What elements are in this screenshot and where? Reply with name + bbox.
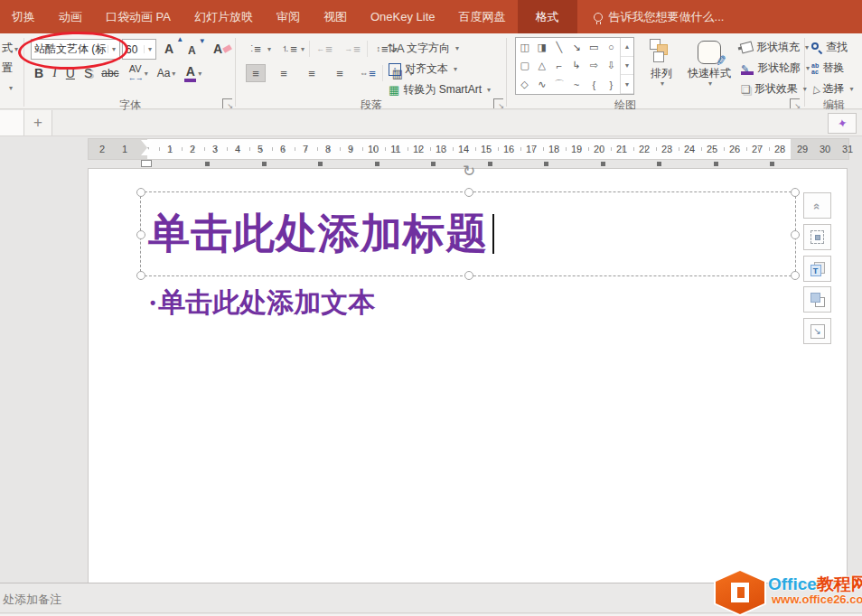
layer-arrange-button[interactable]: [803, 286, 831, 313]
strikethrough-button[interactable]: abc: [98, 63, 122, 83]
clear-formatting-button[interactable]: A: [210, 39, 235, 59]
shape-oval-icon[interactable]: ○: [603, 38, 620, 57]
align-center-button[interactable]: ≡: [270, 63, 297, 83]
numbering-button[interactable]: ⒈≡▾: [276, 39, 308, 59]
tab-口袋动画 PA[interactable]: 口袋动画 PA: [94, 0, 183, 33]
shape-effects-button[interactable]: ❑ 形状效果▾: [741, 79, 807, 98]
drawing-dialog-launcher[interactable]: [790, 98, 800, 108]
font-size-dropdown-icon[interactable]: ▾: [144, 45, 155, 53]
shape-text-box-icon[interactable]: ◫: [516, 38, 533, 57]
shape-elbow-connector-icon[interactable]: ⌐: [550, 57, 567, 76]
font-color-button[interactable]: A▾: [181, 63, 205, 83]
bold-button[interactable]: B: [31, 63, 47, 83]
shape-right-brace-icon[interactable]: }: [603, 75, 620, 94]
magic-wand-button[interactable]: ✦: [828, 113, 857, 134]
underline-button[interactable]: U: [62, 63, 79, 83]
paragraph-dialog-launcher[interactable]: [493, 98, 503, 108]
text-box-tool-button[interactable]: T: [803, 256, 831, 282]
shape-scribble-icon[interactable]: ∿: [533, 75, 550, 94]
find-button[interactable]: 查找: [811, 38, 848, 57]
resize-handle-mid-left[interactable]: [136, 230, 145, 239]
convert-smartart-button[interactable]: ▦ 转换为 SmartArt▾: [389, 80, 491, 99]
tab-视图[interactable]: 视图: [312, 0, 359, 33]
resize-handle-bottom-left[interactable]: [136, 271, 145, 280]
shapes-gallery-scrollbar[interactable]: ▲ ▼ ▼: [620, 38, 633, 94]
resize-handle-bottom-center[interactable]: [464, 271, 473, 280]
tab-stop-marker[interactable]: [205, 162, 210, 166]
tab-审阅[interactable]: 审阅: [265, 0, 312, 33]
align-text-button[interactable]: ↕ 对齐文本▾: [389, 60, 457, 79]
resize-handle-top-left[interactable]: [136, 188, 145, 197]
shape-line-icon[interactable]: ╲: [550, 38, 567, 57]
decrease-indent-button[interactable]: ←≡: [311, 39, 338, 59]
rotate-handle-icon[interactable]: ↻: [459, 162, 479, 182]
tell-me-box[interactable]: 告诉我您想要做什么...: [594, 0, 725, 33]
increase-indent-button[interactable]: →≡: [339, 39, 366, 59]
resize-tool-button[interactable]: ↘: [803, 318, 831, 344]
shape-elbow-arrow-connector-icon[interactable]: ↳: [567, 57, 585, 76]
document-tab-current[interactable]: [0, 110, 24, 135]
font-name-dropdown-icon[interactable]: ▾: [108, 45, 119, 53]
tab-stop-marker[interactable]: [262, 162, 267, 166]
align-left-button[interactable]: ≡: [242, 63, 269, 83]
select-button[interactable]: △ 选择▾: [811, 79, 853, 98]
shape-right-arrow-icon[interactable]: ⇨: [586, 57, 603, 76]
increase-font-size-button[interactable]: A▲: [161, 39, 177, 59]
tab-stop-marker[interactable]: [375, 162, 379, 166]
tab-幻灯片放映[interactable]: 幻灯片放映: [183, 0, 265, 33]
tab-stop-marker[interactable]: [544, 162, 548, 166]
shape-left-brace-icon[interactable]: {: [586, 75, 603, 94]
distribute-button[interactable]: ⇔≡: [354, 63, 381, 83]
section-button-partial[interactable]: ▾: [9, 84, 13, 92]
resize-handle-top-center[interactable]: [464, 188, 473, 197]
bullets-button[interactable]: ⁚≡▾: [242, 39, 275, 59]
layout-button-partial[interactable]: 式▾: [2, 41, 18, 56]
resize-handle-bottom-right[interactable]: [791, 271, 800, 280]
shape-rectangle-icon[interactable]: ▭: [586, 38, 603, 57]
shape-arc-icon[interactable]: ⌒: [550, 75, 567, 94]
slide-canvas[interactable]: ↻ 单击此处添加标题 • 单击此处添加文本: [88, 168, 848, 583]
arrange-button[interactable]: 排列 ▾: [642, 35, 681, 106]
decrease-font-size-button[interactable]: A▼: [184, 41, 200, 61]
title-placeholder-text[interactable]: 单击此处添加标题: [148, 198, 494, 270]
shape-down-arrow-icon[interactable]: ⇩: [603, 57, 620, 76]
indent-square-marker[interactable]: [141, 160, 152, 167]
tab-stop-marker[interactable]: [714, 162, 718, 166]
tab-stop-marker[interactable]: [318, 162, 323, 166]
shape-rounded-rectangle-icon[interactable]: ▢: [516, 57, 533, 76]
title-placeholder[interactable]: ↻ 单击此处添加标题: [140, 191, 796, 276]
new-document-tab-button[interactable]: +: [24, 110, 52, 135]
position-center-button[interactable]: [803, 224, 831, 250]
tab-格式[interactable]: 格式: [518, 0, 577, 33]
font-size-combobox[interactable]: 60 ▾: [122, 39, 156, 60]
shape-fill-button[interactable]: 形状填充▾: [741, 38, 809, 57]
tab-stop-marker[interactable]: [657, 162, 661, 166]
tab-百度网盘[interactable]: 百度网盘: [447, 0, 518, 33]
tab-stop-marker[interactable]: [431, 162, 436, 166]
tab-OneKey Lite[interactable]: OneKey Lite: [359, 0, 447, 33]
italic-button[interactable]: I: [49, 63, 61, 83]
text-shadow-button[interactable]: S: [80, 63, 96, 83]
character-spacing-button[interactable]: AV←→▾: [125, 63, 152, 83]
quick-styles-button[interactable]: 快速样式 ▾: [683, 35, 736, 106]
tab-stop-marker[interactable]: [488, 162, 492, 166]
resize-handle-top-right[interactable]: [791, 188, 800, 197]
shape-line-arrow-icon[interactable]: ↘: [567, 38, 585, 57]
shape-freeform-icon[interactable]: ◇: [516, 75, 533, 94]
tab-stop-marker[interactable]: [770, 162, 774, 166]
tab-切换[interactable]: 切换: [0, 0, 47, 33]
reset-button-partial[interactable]: 置: [2, 61, 13, 76]
align-right-button[interactable]: ≡: [298, 63, 325, 83]
collapse-panel-button[interactable]: «: [803, 192, 831, 219]
tab-stop-marker[interactable]: [601, 162, 605, 166]
gallery-more-icon[interactable]: ▼: [621, 75, 633, 94]
body-placeholder-text[interactable]: • 单击此处添加文本: [150, 285, 375, 322]
gallery-scroll-up-icon[interactable]: ▲: [621, 38, 633, 57]
shape-vertical-text-box-icon[interactable]: ◨: [533, 38, 550, 57]
shape-triangle-icon[interactable]: △: [533, 57, 550, 76]
font-name-combobox[interactable]: 站酷文艺体 (标 ▾: [31, 39, 120, 60]
resize-handle-mid-right[interactable]: [791, 230, 800, 239]
text-direction-button[interactable]: ⇅A 文字方向▾: [389, 39, 459, 58]
tab-动画[interactable]: 动画: [47, 0, 94, 33]
gallery-scroll-down-icon[interactable]: ▼: [621, 57, 633, 76]
